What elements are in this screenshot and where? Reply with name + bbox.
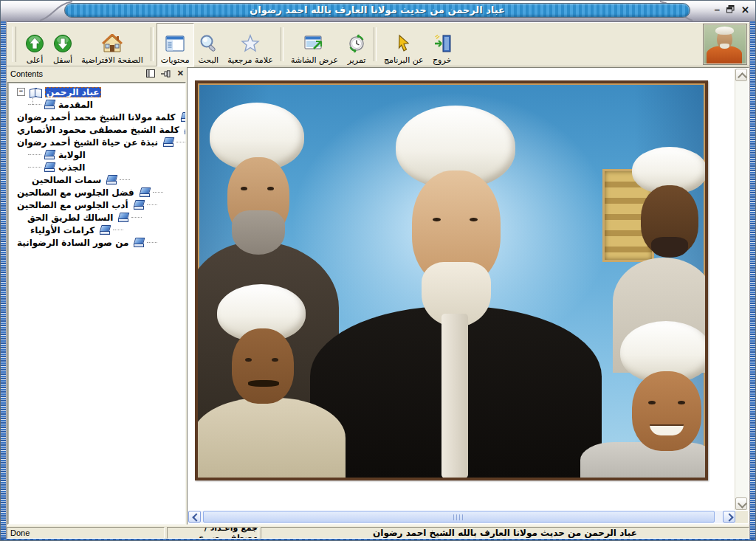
tree-connector-line [32,98,33,105]
toolbar-button-about[interactable]: عن البرنامج [379,23,428,66]
restore-button[interactable] [726,5,735,15]
tree-item[interactable]: من صور السادة الرضوانية [8,236,185,249]
book-icon [117,213,129,222]
screen-view-icon [304,32,325,55]
scroll-down-button[interactable] [735,497,747,510]
book-icon [44,150,55,159]
figure-bottom-left-face [232,328,294,404]
horizontal-scroll-thumb[interactable] [203,511,715,523]
tree-item[interactable]: أدب الجلوس مع الصالحين [8,199,185,211]
tree-item[interactable]: السالك لطريق الحق [8,211,185,224]
book-icon [180,112,186,122]
book-icon [133,238,145,247]
tree-item-label: الولاية [57,150,87,160]
contents-close-button[interactable]: ✕ [177,69,184,77]
tree-connector [176,142,186,142]
tree-item[interactable]: فضل الجلوس مع الصالحين [8,186,185,199]
tree-connector [113,230,123,230]
tree-item-label: من صور السادة الرضوانية [16,238,130,248]
vertical-scrollbar[interactable] [735,69,748,510]
window-controls: − ✕ [715,5,750,15]
tree-item[interactable]: الجذب [8,161,185,173]
close-button[interactable]: ✕ [741,5,749,15]
tree-connector [131,217,142,218]
toolbar-button-label: عرض الشاشة [291,55,338,65]
tree-item[interactable]: سمات الصالحين [8,173,185,186]
toolbar-separator [374,27,377,61]
tree-root-label: عباد الرحمن [45,87,101,97]
tree-root-item[interactable]: − عباد الرحمن [8,86,185,98]
author-portrait-image [704,25,746,63]
app-window: عباد الرحمن من حديث مولانا العارف بالله … [0,0,756,541]
pin-button[interactable] [161,70,171,77]
tree-item-label: أدب الجلوس مع الصالحين [16,200,130,210]
toolbar-button-up[interactable]: أعلى [21,23,49,66]
up-circle-icon [25,32,44,55]
scroll-right-button[interactable] [723,511,735,523]
toolbar-separator [281,27,284,61]
book-icon [133,200,145,210]
horizontal-scrollbar[interactable] [188,511,735,523]
tree-item[interactable]: كلمة مولانا الشيخ محمد أحمد رضوان [8,111,185,123]
exit-door-icon [433,32,452,55]
tree-connector [28,154,41,155]
figure-bottom-right-face [632,371,701,451]
chevron-right-icon [725,513,733,521]
window-edge-right [749,21,755,540]
tree-item[interactable]: الولاية [8,148,185,161]
tree-item[interactable]: كرامات الأولياء [8,224,185,236]
tree-connector [153,192,163,193]
toolbar-button-contents[interactable]: محتويات [157,23,194,66]
toolbar-button-down[interactable]: أسفل [49,23,77,66]
minimize-button[interactable]: − [715,5,721,15]
scroll-up-button[interactable] [735,69,747,81]
tree-connector [120,179,130,180]
toolbar-button-label: خروج [433,55,451,65]
pin-icon [161,70,171,77]
toolbar-button-auto-scroll[interactable]: تمرير [343,23,371,66]
figure-bottom-left-mustache [248,380,279,387]
tree-item[interactable]: نبذة عن حياة الشيخ أحمد رضوان [8,136,185,148]
book-icon [106,175,117,185]
content-area [187,67,749,525]
scroll-left-button[interactable] [188,511,201,523]
figure-eye [267,187,274,190]
open-book-icon [29,87,43,97]
tree-connector [147,242,157,243]
tree-item[interactable]: المقدمة [8,98,185,111]
chevron-up-icon [738,72,747,82]
tree-item-label: سمات الصالحين [30,175,103,185]
book-icon [44,100,55,109]
status-bar: Done جمع واعـداد / مصطفى صبرى عباد الرحم… [7,525,749,539]
chevron-left-icon [192,513,200,521]
figure-eye [245,358,252,362]
tree-item-label: كلمة الشيخ مصطفى محمود الأنصاري [16,125,181,135]
tree-expander[interactable]: − [17,88,25,96]
pane-toggle-button[interactable] [146,69,155,77]
figure-bottom-left-body [195,398,346,478]
toolbar: أعلى أسفل الصفحة الافتراضية محتويات [7,22,749,66]
tree-item-label: كرامات الأولياء [29,225,96,235]
figure-eye [678,401,685,404]
toolbar-button-label: عن البرنامج [384,55,424,65]
toolbar-button-bookmark[interactable]: علامة مرجعية [223,23,278,66]
book-icon [99,225,111,235]
tree-item[interactable]: كلمة الشيخ مصطفى محمود الأنصاري [8,123,185,136]
toolbar-button-screen-view[interactable]: عرض الشاشة [286,23,343,66]
window-edge-bottom [1,539,755,540]
figure-center-scarf [441,314,468,478]
status-credits: جمع واعـداد / مصطفى صبرى [167,527,258,539]
toolbar-button-home[interactable]: الصفحة الافتراضية [77,23,148,66]
window-edge-left [1,21,7,540]
auto-scroll-clock-icon [347,32,366,55]
toolbar-button-search[interactable]: البحث [194,23,224,66]
book-icon [139,187,151,197]
tree-item-label: فضل الجلوس مع الصالحين [16,187,136,198]
figure-top-left-beard [232,210,285,255]
tree-item-label: الجذب [57,162,86,173]
toolbar-button-label: أعلى [27,55,43,65]
toolbar-button-exit[interactable]: خروج [428,23,456,66]
book-icon [184,125,186,134]
home-icon [102,32,123,55]
about-cursor-icon [396,32,412,55]
